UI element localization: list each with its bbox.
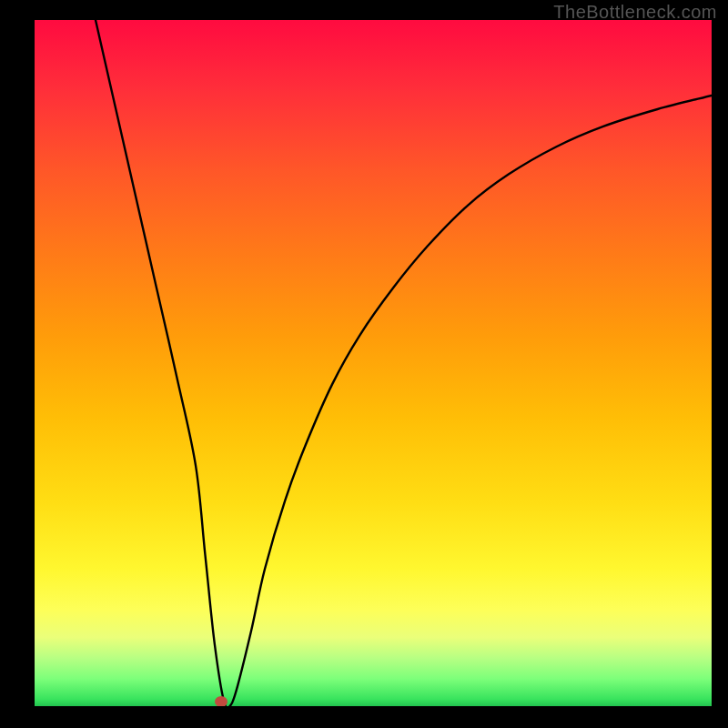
chart-frame: TheBottleneck.com: [0, 0, 728, 728]
optimal-point-marker: [215, 696, 228, 706]
plot-area: [35, 20, 712, 706]
watermark-text: TheBottleneck.com: [553, 2, 717, 23]
curve-svg: [35, 20, 712, 706]
bottleneck-curve: [96, 20, 712, 706]
